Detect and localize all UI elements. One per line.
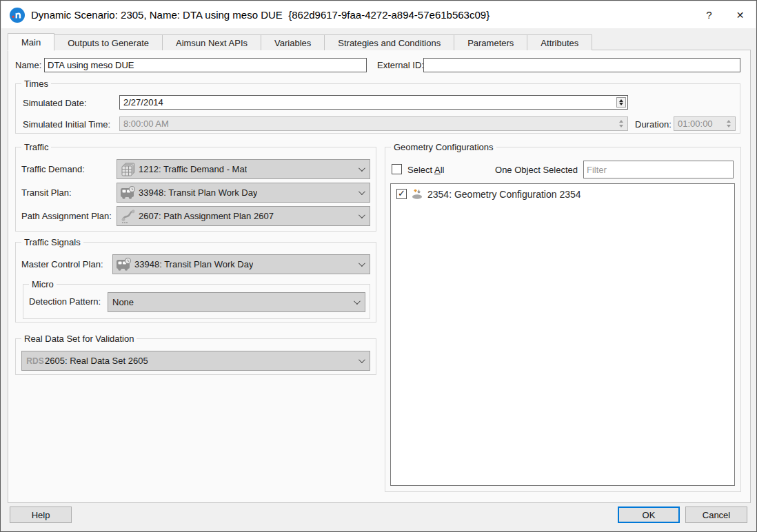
spin-up-icon (727, 120, 731, 123)
check-icon: ✓ (398, 189, 405, 198)
chevron-down-icon (352, 262, 370, 267)
simulated-initial-time-value: 8:00:00 AM (123, 119, 169, 129)
simulated-initial-time-label: Simulated Initial Time: (23, 119, 110, 130)
traffic-signals-group-title: Traffic Signals (21, 237, 83, 247)
path-assignment-plan-combo[interactable]: 2607: Path Assignment Plan 2607 (117, 206, 370, 226)
tab-aimsun-next-apis[interactable]: Aimsun Next APIs (162, 34, 261, 50)
duration-label: Duration: (635, 119, 672, 130)
real-data-set-value: 2605: Real Data Set 2605 (45, 356, 148, 366)
external-id-input[interactable] (423, 58, 740, 72)
traffic-group-title: Traffic (21, 142, 51, 152)
traffic-demand-combo[interactable]: 1212: Traffic Demand - Mat (117, 159, 370, 179)
transit-plan-bus-icon (120, 185, 137, 201)
external-id-label: External ID: (377, 60, 424, 70)
selection-status-text: One Object Selected (495, 165, 578, 175)
geometry-configurations-group-title: Geometry Configurations (391, 142, 496, 152)
chevron-down-icon (352, 190, 370, 195)
duration-input: 01:00:00 (674, 116, 736, 131)
simulated-initial-time-input: 8:00:00 AM (119, 116, 628, 131)
master-control-plan-combo[interactable]: 33948: Transit Plan Work Day (112, 254, 370, 274)
spin-down-icon (727, 125, 731, 127)
geometry-configurations-list[interactable]: ✓ 2354: Geometry Configuration 2354 (390, 183, 735, 486)
chevron-down-icon (352, 358, 370, 363)
rds-icon: RDS (25, 353, 46, 369)
master-control-plan-bus-icon (116, 256, 132, 273)
transit-plan-combo[interactable]: 33948: Transit Plan Work Day (117, 183, 370, 203)
spin-down-icon (619, 125, 623, 127)
chevron-down-icon (352, 167, 370, 172)
transit-plan-label: Transit Plan: (21, 187, 72, 198)
transit-plan-value: 33948: Transit Plan Work Day (139, 187, 257, 198)
simulated-date-value: 2/27/2014 (123, 97, 163, 108)
traffic-demand-value: 1212: Traffic Demand - Mat (139, 164, 247, 174)
name-input[interactable] (44, 58, 367, 72)
close-icon: ✕ (736, 10, 745, 21)
tab-strategies-and-conditions[interactable]: Strategies and Conditions (324, 34, 454, 50)
detection-pattern-value: None (112, 297, 134, 307)
select-all-checkbox[interactable] (392, 164, 402, 174)
geometry-configuration-icon (411, 188, 423, 200)
micro-group-title: Micro (29, 279, 57, 289)
dynamic-scenario-dialog: Dynamic Scenario: 2305, Name: DTA using … (0, 0, 757, 532)
master-control-plan-label: Master Control Plan: (21, 259, 103, 269)
tab-main[interactable]: Main (8, 33, 54, 51)
cancel-button[interactable]: Cancel (685, 507, 747, 523)
select-all-label: Select All (407, 165, 444, 175)
times-group-title: Times (21, 79, 51, 89)
list-item-label: 2354: Geometry Configuration 2354 (427, 189, 581, 200)
detection-pattern-combo[interactable]: None (108, 292, 365, 312)
help-caption-button[interactable]: ? (694, 1, 725, 28)
aimsun-app-icon (10, 8, 25, 23)
chevron-down-icon (347, 300, 365, 305)
duration-spinner (725, 117, 733, 130)
traffic-group: Traffic Traffic Demand: 1212: Traffic De… (15, 147, 376, 232)
real-data-set-combo[interactable]: RDS 2605: Real Data Set 2605 (21, 351, 370, 371)
tab-parameters[interactable]: Parameters (454, 34, 527, 50)
close-button[interactable]: ✕ (725, 1, 756, 28)
simulated-initial-time-spinner (617, 117, 625, 130)
item-checkbox[interactable]: ✓ (396, 189, 407, 199)
tab-outputs-to-generate[interactable]: Outputs to Generate (54, 34, 163, 50)
traffic-demand-matrix-icon (120, 161, 137, 178)
path-assignment-plan-label: Path Assignment Plan: (21, 211, 112, 221)
path-assignment-plan-value: 2607: Path Assignment Plan 2607 (139, 211, 274, 221)
title-bar: Dynamic Scenario: 2305, Name: DTA using … (1, 1, 756, 28)
chevron-down-icon (352, 214, 370, 218)
simulated-date-label: Simulated Date: (23, 98, 87, 108)
spin-down-icon[interactable] (619, 103, 623, 105)
help-button[interactable]: Help (10, 507, 72, 523)
duration-value: 01:00:00 (678, 119, 713, 129)
list-item[interactable]: ✓ 2354: Geometry Configuration 2354 (391, 184, 734, 200)
question-icon: ? (706, 9, 711, 21)
times-group: Times Simulated Date: 2/27/2014 Simulate… (15, 83, 740, 134)
filter-input[interactable] (583, 161, 734, 178)
simulated-date-input[interactable]: 2/27/2014 (119, 95, 628, 110)
real-data-set-group-title: Real Data Set for Validation (21, 334, 137, 344)
name-label: Name: (15, 60, 41, 70)
tab-attributes[interactable]: Attributes (527, 34, 592, 50)
main-tab-pane: Name: External ID: Times Simulated Date:… (8, 50, 751, 503)
spin-up-icon (619, 120, 623, 123)
micro-group: Micro Detection Pattern: None (23, 284, 370, 319)
traffic-demand-label: Traffic Demand: (21, 164, 85, 174)
master-control-plan-value: 33948: Transit Plan Work Day (134, 259, 253, 269)
geometry-configurations-group: Geometry Configurations Select All One O… (385, 147, 741, 492)
tab-variables[interactable]: Variables (261, 34, 325, 50)
detection-pattern-label: Detection Pattern: (29, 296, 101, 307)
ok-button[interactable]: OK (618, 507, 680, 523)
simulated-date-spinner[interactable] (616, 97, 626, 108)
spin-up-icon[interactable] (619, 99, 623, 102)
window-title: Dynamic Scenario: 2305, Name: DTA using … (31, 9, 489, 21)
traffic-signals-group: Traffic Signals Master Control Plan: 339… (15, 242, 376, 323)
tab-bar: Main Outputs to Generate Aimsun Next API… (8, 33, 592, 50)
real-data-set-group: Real Data Set for Validation RDS 2605: R… (15, 338, 376, 375)
path-assignment-icon (120, 208, 137, 225)
